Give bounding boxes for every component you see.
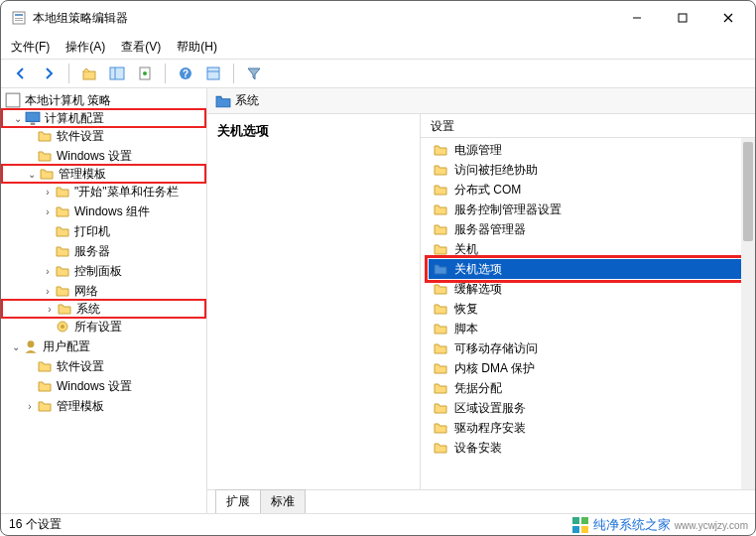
folder-icon [433, 142, 448, 158]
tree-software-settings[interactable]: 软件设置 [1, 126, 206, 146]
list-item[interactable]: 缓解选项 [429, 279, 747, 299]
list-item-label: 区域设置服务 [454, 400, 526, 417]
folder-icon [433, 301, 448, 317]
menu-file[interactable]: 文件(F) [11, 39, 50, 56]
tree-windows-settings[interactable]: Windows 设置 [1, 146, 206, 166]
list-item[interactable]: 分布式 COM [429, 180, 747, 200]
tree-start-menu[interactable]: › "开始"菜单和任务栏 [1, 182, 206, 201]
folder-icon [37, 128, 53, 144]
details-heading: 关机选项 [207, 114, 421, 489]
close-button[interactable] [705, 2, 751, 34]
list-item[interactable]: 设备安装 [429, 438, 747, 458]
minimize-button[interactable] [614, 2, 660, 34]
expand-icon[interactable]: › [41, 187, 55, 198]
tree-label: 用户配置 [43, 338, 90, 355]
breadcrumb: 系统 [207, 88, 755, 114]
toolbar-separator [165, 64, 166, 83]
svg-text:?: ? [183, 68, 189, 79]
tree-label: 所有设置 [74, 319, 122, 335]
tree-label: 网络 [74, 283, 98, 300]
list-item[interactable]: 内核 DMA 保护 [429, 358, 747, 378]
status-text: 16 个设置 [9, 516, 62, 533]
list-item[interactable]: 服务控制管理器设置 [429, 200, 747, 219]
tree-label: 软件设置 [57, 128, 104, 145]
tree-printers[interactable]: 打印机 [1, 221, 206, 241]
window: 本地组策略编辑器 文件(F) 操作(A) 查看(V) 帮助(H) ? [0, 0, 756, 536]
tree-computer-config[interactable]: ⌄ 计算机配置 [1, 108, 206, 128]
folder-icon [55, 283, 70, 299]
list-item[interactable]: 关机 [429, 239, 747, 259]
tree-label: 软件设置 [57, 358, 104, 375]
svg-rect-23 [572, 517, 579, 524]
tree-server[interactable]: 服务器 [1, 241, 206, 261]
tree-system[interactable]: › 系统 [1, 299, 206, 319]
tree-root[interactable]: 本地计算机 策略 [1, 90, 206, 110]
forward-button[interactable] [37, 62, 61, 85]
svg-rect-18 [26, 112, 40, 121]
menubar: 文件(F) 操作(A) 查看(V) 帮助(H) [1, 35, 755, 59]
folder-icon [37, 398, 53, 414]
folder-icon [433, 221, 448, 237]
tree-network[interactable]: › 网络 [1, 281, 206, 301]
tab-standard[interactable]: 标准 [260, 489, 306, 513]
back-button[interactable] [9, 62, 33, 85]
menu-view[interactable]: 查看(V) [121, 39, 161, 56]
list-item[interactable]: 驱动程序安装 [429, 418, 747, 438]
help-button[interactable]: ? [174, 62, 197, 85]
list-item-label: 缓解选项 [454, 281, 502, 298]
column-header[interactable]: 设置 [421, 114, 755, 138]
folder-open-icon [215, 93, 231, 109]
expand-icon[interactable]: › [41, 266, 55, 277]
expand-icon[interactable]: ⌄ [9, 341, 23, 352]
export-list-button[interactable] [133, 62, 157, 85]
list-item-label: 恢复 [454, 301, 478, 318]
tree-admin-templates-2[interactable]: › 管理模板 [1, 396, 206, 416]
list-item[interactable]: 访问被拒绝协助 [429, 160, 747, 180]
menu-help[interactable]: 帮助(H) [177, 39, 217, 56]
list-item[interactable]: 电源管理 [429, 140, 747, 160]
show-hide-tree-button[interactable] [105, 62, 129, 85]
folder-icon [433, 281, 448, 297]
filter-button[interactable] [242, 62, 266, 85]
window-title: 本地组策略编辑器 [33, 10, 614, 27]
folder-icon [37, 358, 53, 374]
list-item-label: 凭据分配 [454, 380, 502, 397]
folder-icon [433, 440, 448, 456]
list-item[interactable]: 服务器管理器 [429, 219, 747, 239]
list-item-label: 电源管理 [454, 142, 502, 159]
watermark: 纯净系统之家 www.ycwjzy.com [571, 516, 748, 534]
list-item-label: 访问被拒绝协助 [454, 162, 538, 179]
menu-action[interactable]: 操作(A) [65, 39, 105, 56]
expand-icon[interactable]: › [23, 401, 37, 412]
expand-icon[interactable]: ⌄ [11, 113, 25, 124]
tab-extended[interactable]: 扩展 [215, 489, 261, 513]
expand-icon[interactable]: › [41, 206, 55, 217]
tree-label: 本地计算机 策略 [25, 92, 111, 109]
folder-icon [433, 182, 448, 198]
toolbar-separator [68, 64, 69, 83]
list-item[interactable]: 恢复 [429, 299, 747, 319]
tree-all-settings[interactable]: 所有设置 [1, 317, 206, 336]
up-button[interactable] [77, 62, 101, 85]
tree-user-config[interactable]: ⌄ 用户配置 [1, 336, 206, 356]
list-item[interactable]: 凭据分配 [429, 378, 747, 398]
tree-windows-components[interactable]: › Windows 组件 [1, 201, 206, 221]
tree-windows-settings-2[interactable]: Windows 设置 [1, 376, 206, 396]
expand-icon[interactable]: ⌄ [25, 169, 39, 180]
folder-icon [37, 378, 53, 394]
properties-button[interactable] [201, 62, 225, 85]
list-item[interactable]: 脚本 [429, 319, 747, 338]
maximize-button[interactable] [660, 2, 705, 34]
scrollbar[interactable] [741, 138, 755, 489]
list-item[interactable]: 关机选项 [429, 259, 747, 279]
tree-pane[interactable]: 本地计算机 策略 ⌄ 计算机配置 软件设置 Windows 设置 ⌄ 管理模板 [1, 88, 207, 513]
list-item[interactable]: 可移动存储访问 [429, 338, 747, 358]
tree-software-settings-2[interactable]: 软件设置 [1, 356, 206, 376]
expand-icon[interactable]: › [41, 286, 55, 297]
expand-icon[interactable]: › [43, 304, 57, 315]
svg-point-22 [28, 340, 35, 347]
list-item[interactable]: 区域设置服务 [429, 398, 747, 418]
scrollbar-thumb[interactable] [743, 142, 753, 241]
tree-admin-templates[interactable]: ⌄ 管理模板 [1, 164, 206, 184]
tree-control-panel[interactable]: › 控制面板 [1, 261, 206, 281]
